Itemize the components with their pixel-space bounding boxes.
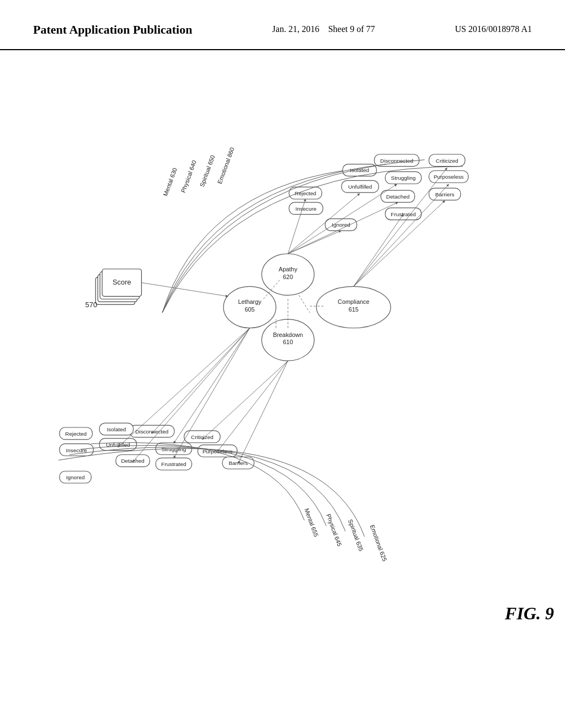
svg-text:605: 605 bbox=[244, 306, 254, 313]
svg-text:Criticized: Criticized bbox=[436, 157, 459, 163]
publication-title: Patent Application Publication bbox=[33, 22, 192, 38]
svg-text:Frustrated: Frustrated bbox=[391, 211, 415, 217]
page-header: Patent Application Publication Jan. 21, … bbox=[0, 0, 565, 50]
svg-text:Compliance: Compliance bbox=[338, 298, 369, 305]
svg-text:Physical 640: Physical 640 bbox=[180, 159, 198, 194]
svg-text:Isolated: Isolated bbox=[107, 426, 126, 432]
svg-text:Detached: Detached bbox=[121, 458, 144, 464]
svg-text:Spiritual 635: Spiritual 635 bbox=[347, 518, 365, 552]
svg-line-90 bbox=[202, 361, 288, 440]
svg-line-94 bbox=[299, 295, 310, 313]
svg-line-86 bbox=[152, 328, 249, 433]
svg-line-51 bbox=[354, 214, 403, 286]
svg-text:Emotional 625: Emotional 625 bbox=[369, 523, 388, 561]
svg-text:Mental 630: Mental 630 bbox=[162, 167, 178, 197]
figure-label: FIG. 9 bbox=[505, 603, 554, 624]
svg-line-96 bbox=[141, 282, 227, 296]
patent-number: US 2016/0018978 A1 bbox=[455, 22, 532, 34]
svg-text:Struggling: Struggling bbox=[391, 175, 416, 181]
svg-text:Barriers: Barriers bbox=[435, 191, 455, 197]
svg-line-47 bbox=[288, 231, 341, 254]
sheet-info: Sheet 9 of 77 bbox=[328, 24, 375, 34]
svg-text:Insecure: Insecure bbox=[66, 447, 87, 453]
svg-text:Criticized: Criticized bbox=[191, 433, 214, 440]
svg-text:Unfulfilled: Unfulfilled bbox=[348, 184, 372, 190]
svg-text:Score: Score bbox=[113, 278, 131, 286]
svg-text:615: 615 bbox=[349, 306, 359, 313]
svg-text:Ignored: Ignored bbox=[332, 222, 350, 228]
publication-date: Jan. 21, 2016 bbox=[272, 24, 319, 34]
figure-svg: Score 570 Mental 630 Physical 640 Spirit… bbox=[28, 83, 537, 657]
svg-line-89 bbox=[217, 361, 288, 451]
svg-text:Apathy: Apathy bbox=[279, 265, 297, 272]
diagram-container: Score 570 Mental 630 Physical 640 Spirit… bbox=[28, 83, 537, 657]
svg-text:610: 610 bbox=[283, 339, 293, 345]
svg-text:Disconnected: Disconnected bbox=[135, 428, 168, 434]
svg-text:Detached: Detached bbox=[386, 194, 409, 200]
svg-text:Rejected: Rejected bbox=[65, 430, 87, 436]
svg-text:Spiritual 650: Spiritual 650 bbox=[199, 154, 216, 188]
svg-text:Insecure: Insecure bbox=[296, 205, 317, 211]
publication-date-sheet: Jan. 21, 2016 Sheet 9 of 77 bbox=[272, 22, 375, 34]
svg-text:Breakdown: Breakdown bbox=[273, 331, 303, 338]
main-content: Score 570 Mental 630 Physical 640 Spirit… bbox=[0, 50, 565, 712]
svg-text:Frustrated: Frustrated bbox=[161, 461, 186, 467]
svg-text:620: 620 bbox=[283, 273, 293, 280]
svg-text:Emotional 860: Emotional 860 bbox=[216, 146, 236, 184]
svg-text:Rejected: Rejected bbox=[295, 190, 316, 196]
svg-text:570: 570 bbox=[86, 301, 97, 309]
svg-line-87 bbox=[118, 328, 250, 447]
svg-text:Mental 655: Mental 655 bbox=[303, 507, 320, 538]
svg-text:Physical 645: Physical 645 bbox=[325, 513, 343, 547]
svg-text:Ignored: Ignored bbox=[66, 474, 85, 480]
svg-text:Lethargy: Lethargy bbox=[238, 298, 262, 305]
svg-line-88 bbox=[238, 361, 288, 463]
svg-line-85 bbox=[174, 328, 250, 443]
